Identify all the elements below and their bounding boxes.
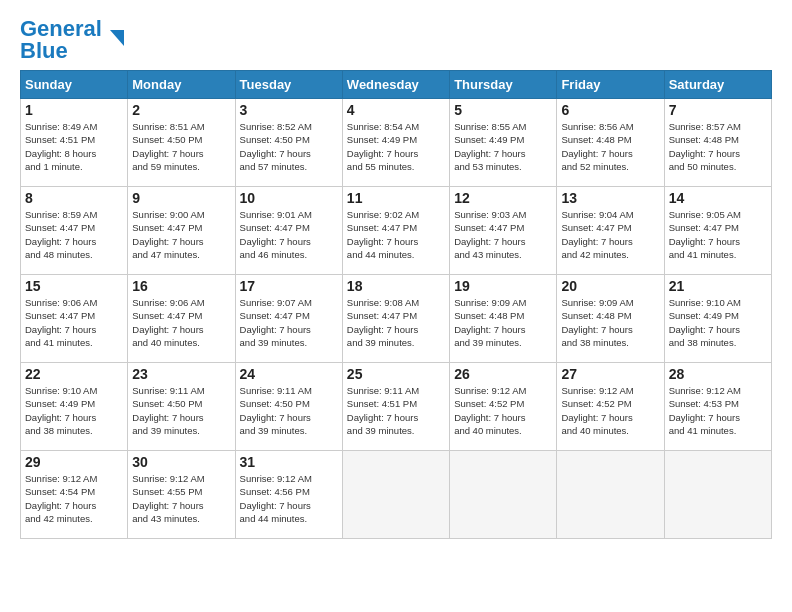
day-cell: 16Sunrise: 9:06 AM Sunset: 4:47 PM Dayli… bbox=[128, 275, 235, 363]
day-info: Sunrise: 9:08 AM Sunset: 4:47 PM Dayligh… bbox=[347, 296, 445, 349]
header: GeneralBlue bbox=[20, 18, 772, 62]
day-info: Sunrise: 9:03 AM Sunset: 4:47 PM Dayligh… bbox=[454, 208, 552, 261]
day-cell bbox=[664, 451, 771, 539]
day-number: 7 bbox=[669, 102, 767, 118]
day-cell: 5Sunrise: 8:55 AM Sunset: 4:49 PM Daylig… bbox=[450, 99, 557, 187]
week-row-3: 15Sunrise: 9:06 AM Sunset: 4:47 PM Dayli… bbox=[21, 275, 772, 363]
day-cell: 22Sunrise: 9:10 AM Sunset: 4:49 PM Dayli… bbox=[21, 363, 128, 451]
day-cell: 10Sunrise: 9:01 AM Sunset: 4:47 PM Dayli… bbox=[235, 187, 342, 275]
day-number: 19 bbox=[454, 278, 552, 294]
day-cell: 9Sunrise: 9:00 AM Sunset: 4:47 PM Daylig… bbox=[128, 187, 235, 275]
day-number: 22 bbox=[25, 366, 123, 382]
day-info: Sunrise: 9:06 AM Sunset: 4:47 PM Dayligh… bbox=[25, 296, 123, 349]
day-cell: 26Sunrise: 9:12 AM Sunset: 4:52 PM Dayli… bbox=[450, 363, 557, 451]
col-header-tuesday: Tuesday bbox=[235, 71, 342, 99]
day-cell: 8Sunrise: 8:59 AM Sunset: 4:47 PM Daylig… bbox=[21, 187, 128, 275]
day-info: Sunrise: 8:54 AM Sunset: 4:49 PM Dayligh… bbox=[347, 120, 445, 173]
day-info: Sunrise: 9:06 AM Sunset: 4:47 PM Dayligh… bbox=[132, 296, 230, 349]
day-cell: 7Sunrise: 8:57 AM Sunset: 4:48 PM Daylig… bbox=[664, 99, 771, 187]
day-cell: 6Sunrise: 8:56 AM Sunset: 4:48 PM Daylig… bbox=[557, 99, 664, 187]
week-row-2: 8Sunrise: 8:59 AM Sunset: 4:47 PM Daylig… bbox=[21, 187, 772, 275]
day-number: 5 bbox=[454, 102, 552, 118]
day-info: Sunrise: 9:11 AM Sunset: 4:50 PM Dayligh… bbox=[240, 384, 338, 437]
day-number: 27 bbox=[561, 366, 659, 382]
day-number: 4 bbox=[347, 102, 445, 118]
day-info: Sunrise: 9:09 AM Sunset: 4:48 PM Dayligh… bbox=[454, 296, 552, 349]
day-info: Sunrise: 9:12 AM Sunset: 4:55 PM Dayligh… bbox=[132, 472, 230, 525]
day-info: Sunrise: 9:04 AM Sunset: 4:47 PM Dayligh… bbox=[561, 208, 659, 261]
day-number: 30 bbox=[132, 454, 230, 470]
week-row-4: 22Sunrise: 9:10 AM Sunset: 4:49 PM Dayli… bbox=[21, 363, 772, 451]
day-cell: 11Sunrise: 9:02 AM Sunset: 4:47 PM Dayli… bbox=[342, 187, 449, 275]
day-number: 17 bbox=[240, 278, 338, 294]
day-cell: 12Sunrise: 9:03 AM Sunset: 4:47 PM Dayli… bbox=[450, 187, 557, 275]
col-header-wednesday: Wednesday bbox=[342, 71, 449, 99]
day-cell: 3Sunrise: 8:52 AM Sunset: 4:50 PM Daylig… bbox=[235, 99, 342, 187]
day-cell: 25Sunrise: 9:11 AM Sunset: 4:51 PM Dayli… bbox=[342, 363, 449, 451]
week-row-1: 1Sunrise: 8:49 AM Sunset: 4:51 PM Daylig… bbox=[21, 99, 772, 187]
day-cell: 4Sunrise: 8:54 AM Sunset: 4:49 PM Daylig… bbox=[342, 99, 449, 187]
day-cell: 18Sunrise: 9:08 AM Sunset: 4:47 PM Dayli… bbox=[342, 275, 449, 363]
logo-text: GeneralBlue bbox=[20, 18, 102, 62]
day-number: 10 bbox=[240, 190, 338, 206]
day-number: 1 bbox=[25, 102, 123, 118]
day-number: 8 bbox=[25, 190, 123, 206]
day-number: 31 bbox=[240, 454, 338, 470]
day-cell: 31Sunrise: 9:12 AM Sunset: 4:56 PM Dayli… bbox=[235, 451, 342, 539]
day-cell: 17Sunrise: 9:07 AM Sunset: 4:47 PM Dayli… bbox=[235, 275, 342, 363]
col-header-sunday: Sunday bbox=[21, 71, 128, 99]
day-number: 6 bbox=[561, 102, 659, 118]
day-info: Sunrise: 9:12 AM Sunset: 4:53 PM Dayligh… bbox=[669, 384, 767, 437]
day-number: 18 bbox=[347, 278, 445, 294]
logo-icon bbox=[106, 28, 128, 50]
day-cell bbox=[342, 451, 449, 539]
day-cell: 2Sunrise: 8:51 AM Sunset: 4:50 PM Daylig… bbox=[128, 99, 235, 187]
day-cell bbox=[450, 451, 557, 539]
day-info: Sunrise: 8:55 AM Sunset: 4:49 PM Dayligh… bbox=[454, 120, 552, 173]
week-row-5: 29Sunrise: 9:12 AM Sunset: 4:54 PM Dayli… bbox=[21, 451, 772, 539]
day-number: 3 bbox=[240, 102, 338, 118]
day-number: 26 bbox=[454, 366, 552, 382]
header-row: SundayMondayTuesdayWednesdayThursdayFrid… bbox=[21, 71, 772, 99]
day-info: Sunrise: 9:05 AM Sunset: 4:47 PM Dayligh… bbox=[669, 208, 767, 261]
day-info: Sunrise: 9:12 AM Sunset: 4:54 PM Dayligh… bbox=[25, 472, 123, 525]
day-info: Sunrise: 9:10 AM Sunset: 4:49 PM Dayligh… bbox=[669, 296, 767, 349]
day-number: 28 bbox=[669, 366, 767, 382]
svg-marker-0 bbox=[110, 30, 124, 46]
day-number: 2 bbox=[132, 102, 230, 118]
day-info: Sunrise: 8:51 AM Sunset: 4:50 PM Dayligh… bbox=[132, 120, 230, 173]
page: GeneralBlue SundayMondayTuesdayWednesday… bbox=[0, 0, 792, 549]
day-info: Sunrise: 8:49 AM Sunset: 4:51 PM Dayligh… bbox=[25, 120, 123, 173]
day-cell: 28Sunrise: 9:12 AM Sunset: 4:53 PM Dayli… bbox=[664, 363, 771, 451]
day-info: Sunrise: 9:07 AM Sunset: 4:47 PM Dayligh… bbox=[240, 296, 338, 349]
day-info: Sunrise: 9:10 AM Sunset: 4:49 PM Dayligh… bbox=[25, 384, 123, 437]
col-header-thursday: Thursday bbox=[450, 71, 557, 99]
logo: GeneralBlue bbox=[20, 18, 128, 62]
day-info: Sunrise: 9:01 AM Sunset: 4:47 PM Dayligh… bbox=[240, 208, 338, 261]
day-info: Sunrise: 8:57 AM Sunset: 4:48 PM Dayligh… bbox=[669, 120, 767, 173]
day-number: 11 bbox=[347, 190, 445, 206]
day-cell: 29Sunrise: 9:12 AM Sunset: 4:54 PM Dayli… bbox=[21, 451, 128, 539]
day-info: Sunrise: 8:59 AM Sunset: 4:47 PM Dayligh… bbox=[25, 208, 123, 261]
day-info: Sunrise: 9:00 AM Sunset: 4:47 PM Dayligh… bbox=[132, 208, 230, 261]
day-cell: 30Sunrise: 9:12 AM Sunset: 4:55 PM Dayli… bbox=[128, 451, 235, 539]
day-info: Sunrise: 9:12 AM Sunset: 4:52 PM Dayligh… bbox=[454, 384, 552, 437]
day-info: Sunrise: 8:52 AM Sunset: 4:50 PM Dayligh… bbox=[240, 120, 338, 173]
day-cell: 21Sunrise: 9:10 AM Sunset: 4:49 PM Dayli… bbox=[664, 275, 771, 363]
day-info: Sunrise: 9:02 AM Sunset: 4:47 PM Dayligh… bbox=[347, 208, 445, 261]
day-number: 25 bbox=[347, 366, 445, 382]
col-header-monday: Monday bbox=[128, 71, 235, 99]
day-info: Sunrise: 9:12 AM Sunset: 4:52 PM Dayligh… bbox=[561, 384, 659, 437]
day-number: 21 bbox=[669, 278, 767, 294]
day-info: Sunrise: 9:11 AM Sunset: 4:50 PM Dayligh… bbox=[132, 384, 230, 437]
day-number: 15 bbox=[25, 278, 123, 294]
day-cell: 14Sunrise: 9:05 AM Sunset: 4:47 PM Dayli… bbox=[664, 187, 771, 275]
day-cell: 15Sunrise: 9:06 AM Sunset: 4:47 PM Dayli… bbox=[21, 275, 128, 363]
calendar-table: SundayMondayTuesdayWednesdayThursdayFrid… bbox=[20, 70, 772, 539]
day-info: Sunrise: 8:56 AM Sunset: 4:48 PM Dayligh… bbox=[561, 120, 659, 173]
day-cell: 1Sunrise: 8:49 AM Sunset: 4:51 PM Daylig… bbox=[21, 99, 128, 187]
day-cell: 27Sunrise: 9:12 AM Sunset: 4:52 PM Dayli… bbox=[557, 363, 664, 451]
day-number: 16 bbox=[132, 278, 230, 294]
day-info: Sunrise: 9:11 AM Sunset: 4:51 PM Dayligh… bbox=[347, 384, 445, 437]
day-number: 20 bbox=[561, 278, 659, 294]
